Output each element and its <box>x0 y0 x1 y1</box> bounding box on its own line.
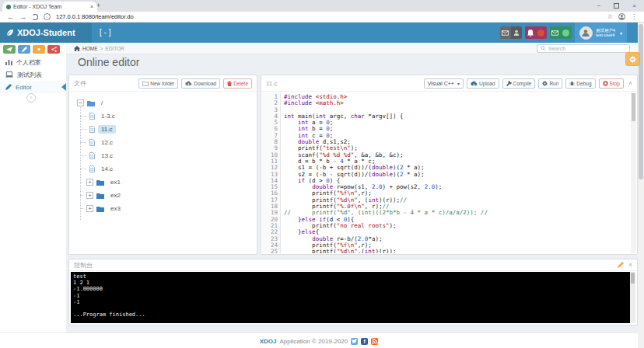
rss-icon[interactable] <box>371 338 378 345</box>
terminal-scrollbar-thumb[interactable] <box>631 273 635 284</box>
browser-tab-strip: Editor - XDOJ Team × + − × <box>0 0 644 12</box>
tab-close-icon[interactable]: × <box>90 4 93 9</box>
code-line[interactable]: #include <math.h> <box>284 100 630 106</box>
bookmark-star-icon[interactable]: ☆ <box>607 13 613 20</box>
sidebar-item-label: 个人档案 <box>16 58 41 67</box>
new-folder-button[interactable]: New folder <box>138 78 178 89</box>
tasks-menu[interactable] <box>550 26 572 39</box>
collapse-expander[interactable]: − <box>77 99 84 106</box>
share-quick-button[interactable] <box>47 45 60 54</box>
edit-quick-button[interactable] <box>18 45 30 54</box>
files-panel: 文件 New folder Download Delete −/1-3.c11.… <box>68 75 257 255</box>
settings-tab-button[interactable] <box>625 52 640 66</box>
browser-profile-icon[interactable] <box>618 13 625 20</box>
page-scrollbar[interactable] <box>638 23 644 348</box>
code-line[interactable]: int main(int argc, char *argv[]) { <box>284 113 630 120</box>
tree-file[interactable]: 14.c <box>77 162 250 176</box>
file-icon <box>89 152 95 159</box>
refresh-icon[interactable] <box>32 14 38 20</box>
terminal-output[interactable]: test 1 2 1 -1.000000 -1 -1 ...Program fi… <box>71 272 630 323</box>
window-minimize-button[interactable]: − <box>597 2 601 9</box>
delete-button[interactable]: Delete <box>223 78 252 89</box>
stop-icon <box>603 81 608 86</box>
pencil-icon <box>5 84 12 90</box>
editor-scrollbar[interactable] <box>631 92 636 253</box>
sidebar-toggle[interactable]: [ - ] <box>100 28 110 37</box>
debug-button[interactable]: Debug <box>565 78 595 89</box>
download-button[interactable]: Download <box>181 78 220 89</box>
compile-button[interactable]: Compile <box>502 78 536 89</box>
task-badge <box>561 26 572 39</box>
folder-icon <box>96 193 104 199</box>
forward-button[interactable]: → <box>19 13 26 21</box>
search-input[interactable]: Search <box>537 44 630 53</box>
upload-button[interactable]: Upload <box>467 78 499 89</box>
code-editor[interactable]: 1234567891011121314151617181920212223242… <box>262 92 630 253</box>
site-info-icon[interactable]: i <box>44 13 51 20</box>
favorite-quick-button[interactable]: ♥ <box>33 45 45 54</box>
sidebar-collapse-button[interactable]: ‹ <box>26 93 36 103</box>
tree-folder[interactable]: +ex2 <box>77 189 250 202</box>
console-panel: 控制台 ∧ test 1 2 1 -1.000000 -1 -1 ...Prog… <box>68 259 638 325</box>
facebook-icon[interactable]: f <box>361 338 368 345</box>
sidebar-item-profile[interactable]: 个人档案 <box>0 56 66 68</box>
tree-file[interactable]: 1-3.c <box>77 110 250 123</box>
tree-file[interactable]: 11.c <box>77 123 250 136</box>
code-lines[interactable]: #include <stdio.h>#include <math.h> int … <box>284 94 630 253</box>
messages-menu[interactable] <box>500 26 522 39</box>
expand-expander[interactable]: + <box>86 192 93 199</box>
brand-logo[interactable]: XDOJ-Student <box>0 23 92 43</box>
tree-file[interactable]: 13.c <box>77 149 250 162</box>
tree-folder[interactable]: +ex1 <box>77 176 250 189</box>
send-quick-button[interactable] <box>3 45 16 54</box>
editor-scrollbar-thumb[interactable] <box>632 93 635 121</box>
page-scrollbar-thumb[interactable] <box>639 24 643 179</box>
share-icon <box>51 47 57 52</box>
folder-icon <box>87 100 95 106</box>
code-line[interactable]: int b = 0; <box>284 126 630 132</box>
breadcrumb-current: EDITOR <box>105 46 124 51</box>
tab-title: Editor - XDOJ Team <box>13 4 88 9</box>
browser-url-bar: ← → i 127.0.0.1:8080/team/editor.do ☆ ⋮ <box>0 12 644 23</box>
tree-folder[interactable]: +ex3 <box>77 202 250 215</box>
twitter-icon[interactable] <box>351 338 358 345</box>
notifications-menu[interactable] <box>525 26 547 39</box>
breadcrumb-home[interactable]: HOME <box>82 46 98 51</box>
browser-tab[interactable]: Editor - XDOJ Team × <box>2 2 97 12</box>
browser-menu-icon[interactable]: ⋮ <box>631 13 637 20</box>
sidebar-item-tests[interactable]: 测试列表 <box>0 68 66 81</box>
user-icon <box>511 26 522 39</box>
file-icon <box>89 113 95 120</box>
gear-icon <box>542 81 548 86</box>
expand-expander[interactable]: + <box>86 179 93 186</box>
tree-file[interactable]: 12.c <box>77 136 250 149</box>
edit-console-icon[interactable] <box>618 262 624 268</box>
new-tab-button[interactable]: + <box>96 2 100 9</box>
active-item-arrow <box>61 83 66 91</box>
gear-icon <box>629 56 636 63</box>
sidebar-item-editor[interactable]: Editor <box>0 81 66 93</box>
terminal-scrollbar[interactable] <box>630 272 635 323</box>
url-text[interactable]: 127.0.0.1:8080/team/editor.do <box>56 13 134 20</box>
stop-button[interactable]: Stop <box>599 78 624 89</box>
run-button[interactable]: Run <box>538 78 562 89</box>
code-line[interactable]: printf("%d\n",(int)(r)); <box>284 249 630 253</box>
folder-plus-icon <box>142 81 149 86</box>
notification-badge <box>536 26 547 39</box>
favicon <box>6 5 11 9</box>
collapse-editor-button[interactable]: ∧ <box>628 80 632 86</box>
file-icon <box>89 126 95 133</box>
collapse-console-button[interactable]: ∧ <box>628 262 632 268</box>
window-close-button[interactable]: × <box>632 2 636 9</box>
language-select[interactable]: Visual C++ ▾ <box>424 78 464 89</box>
window-maximize-button[interactable] <box>614 3 619 9</box>
code-line[interactable]: int a = 0; <box>284 120 630 126</box>
pencil-icon <box>22 47 27 52</box>
file-icon <box>89 139 95 146</box>
footer-brand: XDOJ <box>260 338 277 345</box>
tree-root[interactable]: −/ <box>77 96 250 110</box>
code-line[interactable]: printf("no real roots"); <box>284 223 630 229</box>
back-button[interactable]: ← <box>7 13 14 21</box>
expand-expander[interactable]: + <box>86 205 93 212</box>
user-menu[interactable]: 测试用户4 test-user4 ▾ <box>575 23 627 43</box>
